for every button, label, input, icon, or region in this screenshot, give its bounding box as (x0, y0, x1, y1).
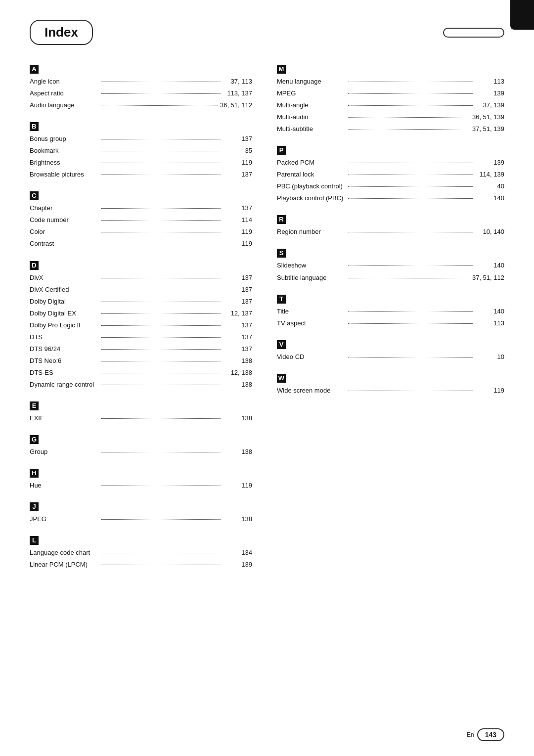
section-s: SSlideshow140Subtitle language37, 51, 11… (277, 249, 504, 283)
index-entry: Audio language36, 51, 112 (30, 99, 252, 111)
entry-dots (101, 208, 221, 209)
index-entry: Group138 (30, 446, 252, 458)
section-letter-h: H (30, 469, 39, 478)
entry-page: 139 (222, 559, 252, 571)
entry-dots (101, 418, 221, 419)
entry-name: Slideshow (277, 260, 346, 271)
entry-page: 137 (222, 331, 252, 343)
index-entry: Wide screen mode119 (277, 385, 504, 397)
index-entry: Subtitle language37, 51, 112 (277, 272, 504, 284)
entry-page: 140 (475, 192, 504, 204)
footer: En 143 (467, 728, 504, 741)
entry-page: 137 (222, 272, 252, 284)
entry-dots (348, 391, 473, 391)
section-v: VVideo CD10 (277, 340, 504, 363)
entry-name: DivX (30, 272, 99, 284)
section-e: EEXIF138 (30, 401, 252, 424)
entry-dots (348, 311, 473, 312)
section-letter-t: T (277, 295, 286, 304)
entry-page: 137 (222, 296, 252, 308)
entry-name: Multi-audio (277, 111, 346, 123)
entry-name: Contrast (30, 238, 99, 250)
index-entry: DTS 96/24137 (30, 343, 252, 355)
title-box: Index (30, 20, 93, 45)
index-entry: Parental lock114, 139 (277, 169, 504, 180)
entry-dots (348, 175, 473, 175)
entry-name: Chapter (30, 202, 99, 214)
entry-page: 10 (475, 351, 504, 363)
entry-page: 119 (222, 480, 252, 491)
index-entry: Code number114 (30, 214, 252, 226)
entry-dots (348, 266, 473, 266)
entry-name: Dynamic range control (30, 379, 99, 391)
section-letter-c: C (30, 191, 39, 200)
section-b: BBonus group137Bookmark35Brightness119Br… (30, 122, 252, 180)
section-letter-d: D (30, 261, 39, 270)
section-letter-s: S (277, 249, 286, 258)
index-entry: Chapter137 (30, 202, 252, 214)
entry-name: Wide screen mode (277, 385, 346, 397)
entry-name: Angle icon (30, 76, 99, 88)
page: Index AAngle icon37, 113Aspect ratio113,… (0, 0, 534, 756)
index-entry: Dolby Digital137 (30, 296, 252, 308)
entry-page: 139 (475, 88, 504, 99)
index-entry: PBC (playback control)40 (277, 180, 504, 192)
entry-page: 137 (222, 133, 252, 145)
index-entry: DivX137 (30, 272, 252, 284)
index-entry: Aspect ratio113, 137 (30, 88, 252, 99)
entry-page: 137 (222, 169, 252, 180)
entry-name: PBC (playback control) (277, 180, 346, 192)
entry-name: Code number (30, 214, 99, 226)
entry-dots (101, 175, 221, 175)
entry-dots (101, 139, 221, 139)
entry-dots (348, 357, 473, 357)
entry-page: 36, 51, 112 (220, 99, 252, 111)
entry-page: 134 (222, 547, 252, 559)
section-letter-e: E (30, 401, 39, 410)
index-entry: Multi-subtitle37, 51, 139 (277, 123, 504, 135)
header-right-box (443, 28, 504, 38)
section-letter-r: R (277, 215, 286, 224)
entry-dots (101, 519, 221, 520)
section-letter-w: W (277, 374, 286, 383)
index-entry: Menu language113 (277, 76, 504, 88)
entry-name: Parental lock (277, 169, 346, 180)
entry-name: Title (277, 306, 346, 317)
entry-dots (101, 93, 221, 94)
entry-page: 37, 139 (475, 99, 504, 111)
footer-page-number: 143 (477, 728, 504, 741)
entry-name: MPEG (277, 88, 346, 99)
section-w: WWide screen mode119 (277, 374, 504, 397)
entry-page: 113, 137 (222, 88, 252, 99)
entry-dots (101, 553, 221, 553)
entry-dots (101, 244, 221, 244)
entry-page: 137 (222, 343, 252, 355)
entry-page: 119 (475, 385, 504, 397)
entry-page: 10, 140 (475, 226, 504, 238)
entry-name: Bookmark (30, 145, 99, 157)
entry-page: 113 (475, 317, 504, 329)
entry-page: 12, 138 (222, 367, 252, 379)
entry-dots (101, 232, 221, 232)
index-entry: Video CD10 (277, 351, 504, 363)
section-letter-b: B (30, 122, 39, 131)
index-entry: Multi-angle37, 139 (277, 99, 504, 111)
entry-page: 119 (222, 238, 252, 250)
index-entry: EXIF138 (30, 412, 252, 424)
entry-dots (348, 82, 473, 82)
entry-page: 138 (222, 446, 252, 458)
index-entry: Playback control (PBC)140 (277, 192, 504, 204)
entry-page: 40 (475, 180, 504, 192)
index-entry: Color119 (30, 226, 252, 238)
entry-name: Dolby Digital EX (30, 308, 99, 319)
entry-dots (348, 323, 473, 324)
entry-page: 137 (222, 202, 252, 214)
entry-dots (348, 117, 470, 118)
entry-page: 137 (222, 284, 252, 296)
entry-dots (348, 278, 470, 278)
entry-dots (101, 361, 221, 361)
index-entry: Bonus group137 (30, 133, 252, 145)
index-entry: Contrast119 (30, 238, 252, 250)
entry-page: 138 (222, 412, 252, 424)
index-entry: Linear PCM (LPCM)139 (30, 559, 252, 571)
